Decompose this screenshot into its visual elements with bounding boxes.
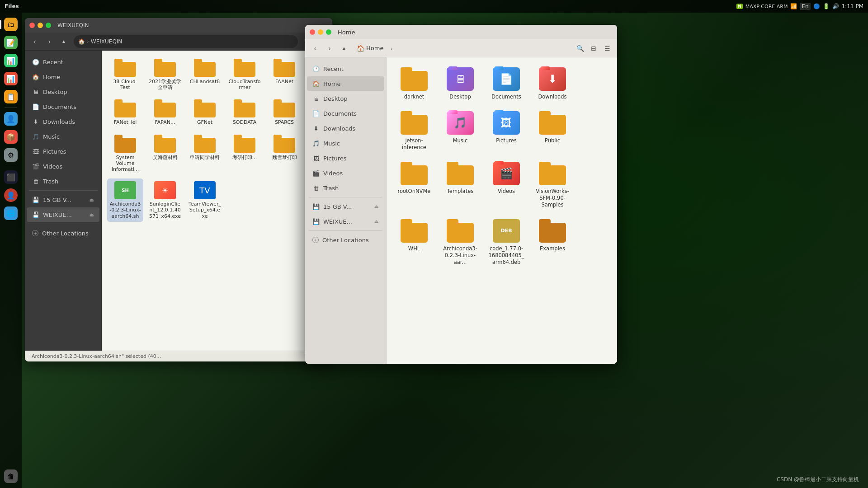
sidebar-item-music-left[interactable]: 🎵 Music (27, 129, 99, 144)
sidebar-divider-1-left (28, 190, 98, 191)
list-item[interactable]: 2021学业奖学金申请 (147, 56, 183, 93)
sidebar-item-other-right[interactable]: + Other Locations (307, 233, 384, 247)
forward-button-left[interactable]: › (43, 35, 56, 48)
sidebar-item-15gb-right[interactable]: 💾 15 GB V... ⏏ (307, 199, 384, 214)
sidebar-item-15gb-left[interactable]: 💾 15 GB V... ⏏ (27, 192, 99, 207)
breadcrumb-arrow-right[interactable]: › (385, 42, 398, 55)
sidebar-item-weixue-left[interactable]: 💾 WEIXUE... ⏏ (27, 207, 99, 222)
maximize-button-right[interactable] (326, 29, 331, 35)
contacts-dock-icon: 👤 (4, 112, 18, 126)
list-item[interactable]: 申请同学材料 (187, 132, 223, 175)
sidebar-item-videos-right[interactable]: 🎬 Videos (307, 166, 384, 180)
list-item[interactable]: 🎵 Music (440, 108, 481, 154)
up-button-left[interactable]: ▲ (57, 35, 70, 48)
dock-item-settings[interactable]: ⚙ (3, 147, 19, 163)
list-item[interactable]: 38-Cloud-Test (107, 56, 143, 93)
list-item[interactable]: jetson-inference (394, 108, 434, 154)
list-item[interactable]: CHLandsat8 (187, 56, 223, 93)
list-item[interactable]: 🖥 Desktop (440, 65, 481, 103)
dock-item-contacts[interactable]: 👤 (3, 111, 19, 127)
sidebar-item-desktop-right[interactable]: 🖥 Desktop (307, 91, 384, 106)
sidebar-item-recent-right[interactable]: 🕐 Recent (307, 61, 384, 76)
maximize-button-left[interactable] (46, 23, 51, 28)
dock-item-presentation[interactable]: 📊 (3, 70, 19, 87)
list-item[interactable]: TV TeamViewer_Setup_x64.exe (187, 178, 223, 222)
dock-item-terminal[interactable]: ⬛ (3, 169, 19, 185)
dock-item-user[interactable]: 👤 (3, 187, 19, 203)
minimize-button-left[interactable] (38, 23, 43, 28)
search-button-right[interactable]: 🔍 (574, 42, 586, 55)
list-item[interactable]: SH Archiconda3-0.2.3-Linux-aarch64.sh (107, 178, 143, 222)
list-item[interactable]: GFNet (187, 97, 223, 128)
forward-button-right[interactable]: › (323, 42, 336, 55)
list-item[interactable]: rootOnNVMe (394, 159, 434, 211)
sidebar-item-documents-left[interactable]: 📄 Documents (27, 99, 99, 114)
back-button-right[interactable]: ‹ (309, 42, 321, 55)
sidebar-item-recent-left[interactable]: 🕐 Recent (27, 55, 99, 69)
list-item[interactable]: 🎬 Videos (486, 159, 527, 211)
list-item[interactable]: FANet_lei (107, 97, 143, 128)
list-item[interactable]: System Volume Informati... (107, 132, 143, 175)
sidebar-item-pictures-left[interactable]: 🖼 Pictures (27, 144, 99, 159)
sidebar-item-home-right[interactable]: 🏠 Home (307, 76, 384, 91)
sidebar-item-downloads-left[interactable]: ⬇ Downloads (27, 114, 99, 129)
sidebar-label-downloads-right: Downloads (323, 125, 355, 132)
eject-weixue-icon-left[interactable]: ⏏ (90, 212, 94, 218)
list-item[interactable]: SPARCS (266, 97, 302, 128)
eject-weixue-right[interactable]: ⏏ (374, 219, 379, 225)
eject-15gb-right[interactable]: ⏏ (374, 204, 379, 210)
list-item[interactable]: FAPAN... (147, 97, 183, 128)
list-item[interactable]: darknet (394, 65, 434, 103)
dock-item-files[interactable]: 🗂 (3, 16, 19, 33)
sidebar-item-documents-right[interactable]: 📄 Documents (307, 106, 384, 121)
sidebar-left: 🕐 Recent 🏠 Home 🖥 Desktop 📄 Documents ⬇ … (25, 51, 102, 351)
input-method[interactable]: En (800, 3, 810, 10)
view-options-button-right[interactable]: ⊟ (587, 42, 600, 55)
list-item[interactable]: Examples (532, 216, 573, 268)
dock-item-notes[interactable]: 📋 (3, 89, 19, 105)
list-item[interactable]: Archiconda3-0.2.3-Linux-aar... (440, 216, 481, 268)
sidebar-item-other-left[interactable]: + Other Locations (27, 226, 99, 240)
list-item[interactable]: 魏雪琴打印 (266, 132, 302, 175)
sidebar-item-trash-left[interactable]: 🗑 Trash (27, 174, 99, 188)
dock-item-browser[interactable]: 🌐 (3, 205, 19, 221)
sidebar-item-home-left[interactable]: 🏠 Home (27, 70, 99, 84)
sidebar-item-music-right[interactable]: 🎵 Music (307, 136, 384, 150)
sidebar-item-desktop-left[interactable]: 🖥 Desktop (27, 84, 99, 99)
dock-item-trash[interactable]: 🗑 (3, 468, 19, 484)
sidebar-item-weixue-right[interactable]: 💾 WEIXUE... ⏏ (307, 214, 384, 229)
list-item[interactable]: FAANet (266, 56, 302, 93)
list-item[interactable]: 📄 Documents (486, 65, 527, 103)
menu-button-right[interactable]: ☰ (601, 42, 613, 55)
list-item[interactable]: ⬇ Downloads (532, 65, 573, 103)
close-button-left[interactable] (29, 23, 35, 28)
list-item[interactable]: VisionWorks-SFM-0.90-Samples (532, 159, 573, 211)
list-item[interactable]: Templates (440, 159, 481, 211)
list-item[interactable]: DEB code_1.77.0-1680084405_arm64.deb (486, 216, 527, 268)
breadcrumb-home-icon-right: 🏠 (357, 45, 364, 52)
nvidia-icon: N (736, 4, 743, 9)
list-item[interactable]: SODDATA (226, 97, 263, 128)
list-item[interactable]: ☀ SunloginClient_12.0.1.40571_x64.exe (147, 178, 183, 222)
list-item[interactable]: CloudTransformer (226, 56, 263, 93)
sidebar-item-pictures-right[interactable]: 🖼 Pictures (307, 151, 384, 165)
location-up-right[interactable]: ▲ (338, 42, 350, 55)
sidebar-item-videos-left[interactable]: 🎬 Videos (27, 159, 99, 174)
list-item[interactable]: 🖼 Pictures (486, 108, 527, 154)
sidebar-item-trash-right[interactable]: 🗑 Trash (307, 181, 384, 195)
dock-item-text-editor[interactable]: 📝 (3, 34, 19, 51)
list-item[interactable]: WHL (394, 216, 434, 268)
dock-item-spreadsheet[interactable]: 📊 (3, 52, 19, 69)
bottom-status-bar: CSDN @鲁棒最小二乘支持向量机 (777, 476, 859, 483)
list-item[interactable]: Public (532, 108, 573, 154)
sidebar-item-downloads-right[interactable]: ⬇ Downloads (307, 121, 384, 136)
minimize-button-right[interactable] (318, 29, 323, 35)
close-button-right[interactable] (310, 29, 315, 35)
list-item[interactable]: 吴海蕴材料 (147, 132, 183, 175)
list-item[interactable]: 考研打印... (226, 132, 263, 175)
folder-icon (114, 99, 136, 117)
eject-15gb-icon-left[interactable]: ⏏ (90, 197, 94, 203)
back-button-left[interactable]: ‹ (28, 35, 41, 48)
system-time[interactable]: 1:11 PM (842, 3, 863, 9)
dock-item-software[interactable]: 📦 (3, 129, 19, 145)
